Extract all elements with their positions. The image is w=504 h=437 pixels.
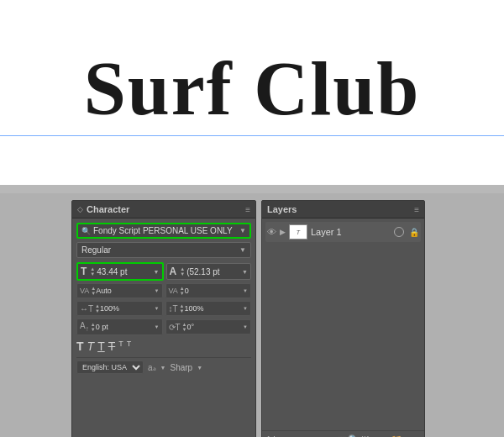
panel-diamond-icon: ◇ <box>77 205 83 213</box>
style-dropdown-arrow: ▼ <box>239 246 246 254</box>
sharp-dropdown[interactable]: ▼ <box>197 365 202 371</box>
layer-row[interactable]: 👁 ▶ T Layer 1 🔒 <box>265 222 421 242</box>
tracking-dropdown[interactable]: ▼ <box>243 288 248 293</box>
leading-field[interactable]: A ▲ ▼ (52.13 pt ▼ <box>166 263 252 280</box>
layers-panel-body: 👁 ▶ T Layer 1 🔒 1 Layer ⬚ 🔍 ⛓ fx ◻ 📁 <box>262 218 424 437</box>
tracking-label: VA <box>169 287 178 295</box>
leading-icon: A <box>170 266 177 277</box>
baseline-guide <box>0 135 504 136</box>
kerning-tracking-row: VA ▲ ▼ Auto ▼ VA ▲ ▼ 0 ▼ <box>76 283 251 298</box>
spacer <box>0 185 504 193</box>
rotate-field[interactable]: ⟳T ▲ ▼ 0° ▼ <box>165 319 252 334</box>
layer-name: Layer 1 <box>311 227 391 237</box>
layers-panel-header: Layers ≡ <box>262 201 424 218</box>
font-dropdown-arrow: ▼ <box>239 227 246 234</box>
typography-buttons-row: T T T T T T <box>76 338 251 355</box>
superscript-T-button[interactable]: T <box>118 340 123 353</box>
aa-dropdown[interactable]: ▼ <box>160 365 166 371</box>
canvas-area: Surf Club <box>0 0 504 185</box>
baseline-shift-icon: A↑ <box>80 321 89 333</box>
vert-scale-field[interactable]: ↕T ▲ ▼ 100% ▼ <box>165 301 252 316</box>
kerning-value: Auto <box>96 287 154 295</box>
layers-panel: Layers ≡ 👁 ▶ T Layer 1 🔒 1 Layer <box>261 200 425 437</box>
italic-T-button[interactable]: T <box>87 340 95 353</box>
horiz-scale-icon: ↔T <box>80 304 93 313</box>
strikethrough-T-button[interactable]: T <box>108 340 116 353</box>
layers-footer: 1 Layer ⬚ 🔍 ⛓ fx ◻ 📁 + 🗑 <box>262 430 424 437</box>
font-style-selector[interactable]: Regular ▼ <box>76 242 251 258</box>
font-selector[interactable]: 🔍 Fondy Script PERSONAL USE ONLY ▼ <box>76 223 251 239</box>
tracking-value: 0 <box>185 287 243 295</box>
font-name-value: Fondy Script PERSONAL USE ONLY <box>93 226 239 235</box>
underline-T-button[interactable]: T <box>97 340 105 353</box>
leading-value: (52.13 pt <box>186 267 242 276</box>
font-style-value: Regular <box>81 245 111 255</box>
font-size-dropdown[interactable]: ▼ <box>154 269 160 275</box>
kerning-label: VA <box>80 287 89 295</box>
character-panel-title: Character <box>87 204 129 214</box>
tracking-field[interactable]: VA ▲ ▼ 0 ▼ <box>165 283 252 298</box>
layer-lock-icon[interactable]: 🔒 <box>409 228 419 237</box>
vert-scale-value: 100% <box>185 304 243 313</box>
leading-arrows[interactable]: ▲ ▼ <box>180 266 185 276</box>
kerning-field[interactable]: VA ▲ ▼ Auto ▼ <box>76 283 163 298</box>
font-size-icon: T <box>81 266 87 277</box>
rotate-icon: ⟳T <box>169 323 181 332</box>
surf-club-title: Surf Club <box>84 45 421 132</box>
panel-menu-icon[interactable]: ≡ <box>245 205 250 214</box>
scale-row: ↔T ▲ ▼ 100% ▼ ↕T ▲ ▼ 100% ▼ <box>76 301 251 316</box>
horiz-scale-field[interactable]: ↔T ▲ ▼ 100% ▼ <box>76 301 163 316</box>
character-panel-content: 🔍 Fondy Script PERSONAL USE ONLY ▼ Regul… <box>72 218 255 378</box>
rotate-dropdown[interactable]: ▼ <box>243 324 248 329</box>
horiz-scale-value: 100% <box>100 304 154 313</box>
horiz-scale-dropdown[interactable]: ▼ <box>155 306 160 311</box>
leading-dropdown[interactable]: ▼ <box>242 269 248 275</box>
aa-label: aₐ <box>148 363 156 372</box>
language-row: English: USA aₐ ▼ Sharp ▼ <box>76 357 251 374</box>
layer-color-indicator <box>394 227 404 237</box>
expand-arrow-icon[interactable]: ▶ <box>280 228 286 236</box>
font-size-arrows[interactable]: ▲ ▼ <box>90 266 95 276</box>
language-select[interactable]: English: USA <box>76 361 144 374</box>
layers-panel-title: Layers <box>267 204 297 214</box>
baseline-shift-value: 0 pt <box>96 323 155 331</box>
font-size-value: 43.44 pt <box>97 267 153 276</box>
sharp-label: Sharp <box>171 363 193 372</box>
rotate-value: 0° <box>187 323 243 331</box>
baseline-rotate-row: A↑ ▲ ▼ 0 pt ▼ ⟳T ▲ ▼ 0° ▼ <box>76 319 251 335</box>
subscript-T-button[interactable]: T <box>127 340 132 353</box>
font-size-field[interactable]: T ▲ ▼ 43.44 pt ▼ <box>76 262 164 281</box>
panels-area: ◇ Character ≡ 🔍 Fondy Script PERSONAL US… <box>0 193 504 437</box>
size-leading-row: T ▲ ▼ 43.44 pt ▼ A ▲ ▼ (52.13 pt ▼ <box>76 262 251 281</box>
vert-scale-icon: ↕T <box>169 304 178 313</box>
character-panel: ◇ Character ≡ 🔍 Fondy Script PERSONAL US… <box>71 200 256 437</box>
layers-menu-icon[interactable]: ≡ <box>414 205 419 214</box>
search-icon: 🔍 <box>81 227 91 235</box>
baseline-shift-field[interactable]: A↑ ▲ ▼ 0 pt ▼ <box>76 319 163 335</box>
vert-scale-dropdown[interactable]: ▼ <box>243 306 248 311</box>
layers-content: 👁 ▶ T Layer 1 🔒 <box>262 218 424 245</box>
kerning-dropdown[interactable]: ▼ <box>155 288 160 293</box>
bold-T-button[interactable]: T <box>76 340 84 353</box>
visibility-eye-icon[interactable]: 👁 <box>267 227 276 237</box>
layer-thumbnail: T <box>289 224 307 240</box>
character-panel-header: ◇ Character ≡ <box>72 201 255 218</box>
baseline-dropdown[interactable]: ▼ <box>155 324 160 329</box>
